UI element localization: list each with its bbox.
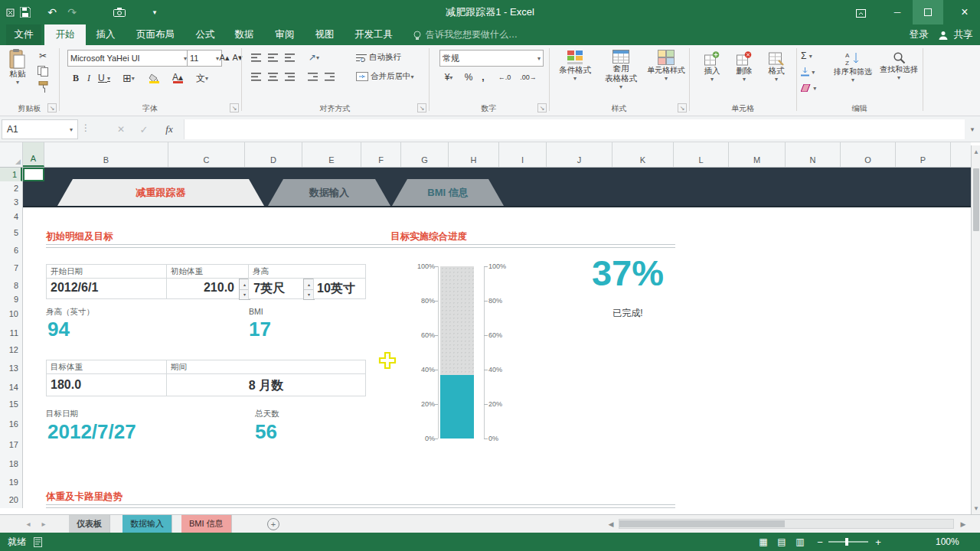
name-box-dropdown[interactable]: ▾: [70, 126, 73, 133]
align-middle-icon[interactable]: [266, 51, 279, 64]
row-header-3[interactable]: 3: [0, 195, 22, 209]
column-header-O[interactable]: O: [841, 142, 896, 167]
row-header-19[interactable]: 19: [0, 473, 22, 491]
row-header-18[interactable]: 18: [0, 455, 22, 473]
row-header-17[interactable]: 17: [0, 435, 22, 455]
insert-function-button[interactable]: fx: [159, 119, 179, 139]
share-button[interactable]: 共享: [948, 24, 978, 45]
format-dropdown[interactable]: ▾: [775, 76, 778, 83]
vertical-scroll-thumb[interactable]: [973, 168, 979, 231]
name-box-splitter[interactable]: ⋮: [81, 122, 90, 133]
scroll-down-button[interactable]: ▼: [972, 504, 980, 513]
fill-button[interactable]: ▾: [801, 66, 824, 78]
underline-dropdown[interactable]: ▾: [107, 75, 110, 82]
find-select-button[interactable]: 查找和选择 ▾: [877, 51, 920, 81]
sheet-nav-left[interactable]: ◂: [21, 515, 35, 533]
orientation-button[interactable]: ↗▾: [305, 51, 322, 64]
save-button[interactable]: [20, 7, 31, 18]
sheet-tab-bmi-info[interactable]: BMI 信息: [181, 515, 232, 533]
paste-button[interactable]: 粘贴 ▾: [4, 49, 31, 86]
align-left-icon[interactable]: [249, 70, 263, 83]
start-weight-cell[interactable]: 210.0: [166, 278, 249, 299]
redo-icon[interactable]: ↷: [63, 0, 81, 24]
phonetic-guide-button[interactable]: 文▾: [192, 71, 212, 85]
row-header-6[interactable]: 6: [0, 242, 22, 259]
align-top-icon[interactable]: [249, 51, 263, 64]
tab-formulas[interactable]: 公式: [187, 24, 224, 45]
row-header-14[interactable]: 14: [0, 380, 22, 394]
qat-customize-dropdown[interactable]: ▾: [147, 0, 162, 24]
row-header-2[interactable]: 2: [0, 181, 22, 195]
number-format-dropdown[interactable]: ▾: [537, 55, 541, 62]
target-weight-cell[interactable]: 180.0: [46, 373, 167, 396]
row-header-20[interactable]: 20: [0, 491, 22, 508]
sheet-nav-right[interactable]: ▸: [37, 515, 51, 533]
maximize-button[interactable]: [913, 0, 943, 24]
view-normal-button[interactable]: ▦: [755, 533, 772, 551]
italic-button[interactable]: I: [83, 71, 94, 85]
currency-dropdown[interactable]: ▾: [449, 74, 452, 81]
cancel-entry-icon[interactable]: ✕: [112, 119, 130, 139]
align-center-icon[interactable]: [266, 70, 279, 83]
clear-button[interactable]: ▾: [801, 82, 824, 94]
column-header-C[interactable]: C: [168, 142, 245, 167]
increase-indent-icon[interactable]: [322, 70, 336, 83]
number-dialog-launcher[interactable]: ↘: [537, 103, 547, 112]
column-header-H[interactable]: H: [449, 142, 499, 167]
formula-bar-expand[interactable]: ▾: [966, 119, 978, 139]
fill-dropdown[interactable]: ▾: [812, 69, 815, 76]
row-header-4[interactable]: 4: [0, 209, 22, 224]
styles-dialog-launcher[interactable]: ↘: [678, 103, 687, 112]
font-color-button[interactable]: A▴: [168, 70, 188, 86]
tab-page-layout[interactable]: 页面布局: [126, 24, 185, 45]
row-header-1[interactable]: 1: [0, 168, 22, 181]
zoom-level[interactable]: 100%: [936, 533, 959, 551]
tab-home[interactable]: 开始: [44, 24, 86, 45]
selected-cell-a1[interactable]: [23, 168, 44, 181]
column-header-G[interactable]: G: [401, 142, 449, 167]
column-header-P[interactable]: P: [896, 142, 951, 167]
tab-view[interactable]: 视图: [306, 24, 343, 45]
borders-dropdown[interactable]: ▾: [132, 75, 135, 82]
row-header-16[interactable]: 16: [0, 414, 22, 435]
period-cell[interactable]: 8 月数: [166, 373, 366, 396]
hscroll-left-button[interactable]: ◀: [605, 518, 617, 530]
row-header-5[interactable]: 5: [0, 224, 22, 242]
minimize-button[interactable]: ─: [882, 0, 913, 24]
bold-button[interactable]: B: [70, 71, 82, 85]
fill-color-button[interactable]: [143, 70, 165, 86]
comma-style-button[interactable]: ,: [478, 70, 488, 84]
phonetic-dropdown[interactable]: ▾: [205, 75, 208, 82]
merge-dropdown[interactable]: ▾: [411, 73, 414, 80]
row-header-9[interactable]: 9: [0, 295, 22, 304]
row-header-10[interactable]: 10: [0, 304, 22, 324]
font-size-combo[interactable]: 11 ▾: [187, 50, 222, 67]
tab-review[interactable]: 审阅: [265, 24, 305, 45]
sign-in-button[interactable]: 登录: [902, 24, 936, 45]
vertical-scrollbar[interactable]: ▲ ▼: [971, 145, 980, 514]
row-header-7[interactable]: 7: [0, 259, 22, 277]
zoom-out-button[interactable]: −: [813, 533, 827, 551]
view-page-break-button[interactable]: ▥: [792, 533, 808, 551]
sheet-tab-dashboard[interactable]: 仪表板: [69, 515, 110, 534]
decrease-decimal-button[interactable]: .00→: [518, 70, 539, 84]
align-right-icon[interactable]: [283, 70, 296, 83]
column-header-I[interactable]: I: [499, 142, 547, 167]
column-header-L[interactable]: L: [674, 142, 729, 167]
column-header-K[interactable]: K: [612, 142, 674, 167]
cell-styles-dropdown[interactable]: ▾: [665, 75, 668, 82]
column-header-B[interactable]: B: [44, 142, 168, 167]
height-inches-cell[interactable]: 10英寸: [313, 278, 366, 299]
orientation-dropdown[interactable]: ▾: [316, 54, 319, 61]
clear-dropdown[interactable]: ▾: [813, 85, 816, 92]
dashboard-tab-bmi-info[interactable]: BMI 信息: [392, 179, 504, 206]
view-page-layout-button[interactable]: ▤: [773, 533, 790, 551]
format-as-table-button[interactable]: 套用 表格格式 ▾: [598, 50, 644, 90]
column-header-D[interactable]: D: [245, 142, 302, 167]
tell-me-box[interactable]: 告诉我您想要做什么…: [426, 24, 518, 45]
delete-dropdown[interactable]: ▾: [743, 76, 746, 83]
grow-font-button[interactable]: A▴: [218, 51, 230, 64]
cell-styles-button[interactable]: 单元格样式 ▾: [644, 50, 688, 82]
undo-icon[interactable]: ↶: [43, 0, 61, 24]
tab-developer[interactable]: 开发工具: [345, 24, 403, 45]
